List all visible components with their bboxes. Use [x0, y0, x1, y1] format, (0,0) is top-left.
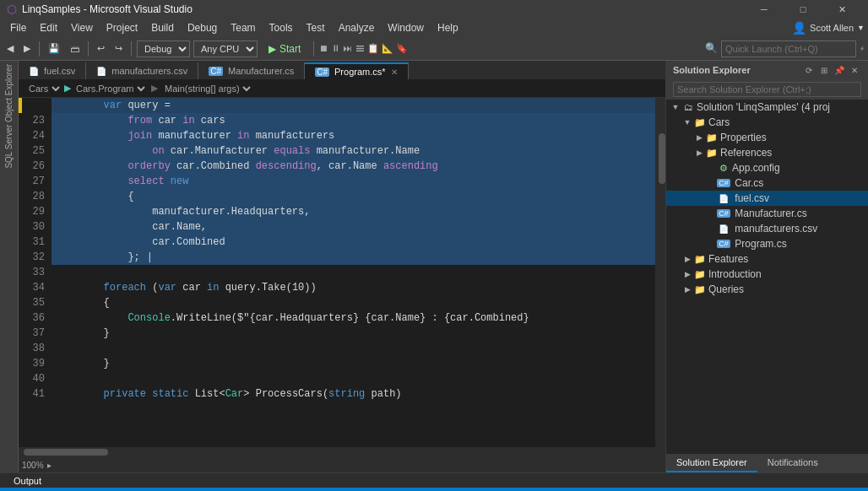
- se-prog-label: Program.cs: [732, 238, 787, 250]
- breadcrumb-sep1: ▶: [151, 83, 158, 94]
- code-line-4[interactable]: on car.Manufacturer equals manufacturer.…: [52, 143, 655, 159]
- scrollbar-thumb[interactable]: [659, 133, 665, 184]
- se-solution[interactable]: ▼ 🗂 Solution 'LinqSamples' (4 proj: [666, 100, 868, 115]
- code-line-8[interactable]: manufacturer.Headquarters,: [52, 204, 655, 219]
- toolbar-sep3: [131, 41, 132, 57]
- panel-props-btn[interactable]: ⊞: [817, 63, 831, 77]
- se-program-cs[interactable]: C# Program.cs: [666, 236, 868, 251]
- tab-manufacturers-csv[interactable]: 📄 manufacturers.csv: [86, 62, 198, 79]
- se-introduction[interactable]: ▶ 📁 Introduction: [666, 267, 868, 282]
- minimize-button[interactable]: ─: [745, 0, 784, 19]
- method-select[interactable]: Main(string[] args): [161, 83, 253, 94]
- se-prog-arrow: [705, 240, 717, 248]
- code-line-10[interactable]: car.Combined: [52, 235, 655, 250]
- menu-window[interactable]: Window: [381, 19, 431, 37]
- se-manufacturer-cs[interactable]: C# Manufacturer.cs: [666, 206, 868, 221]
- code-line-6[interactable]: select new: [52, 174, 655, 189]
- se-queries[interactable]: ▶ 📁 Queries: [666, 282, 868, 297]
- tab-program-close[interactable]: ✕: [391, 67, 398, 77]
- panel-pin-btn[interactable]: 📌: [833, 63, 846, 77]
- panel-sync-btn[interactable]: ⟳: [802, 63, 816, 77]
- menu-debug[interactable]: Debug: [181, 19, 224, 37]
- output-tab[interactable]: Output: [7, 476, 48, 486]
- menu-team[interactable]: Team: [224, 19, 262, 37]
- sql-explorer-label[interactable]: SQL Server Object Explorer: [4, 61, 14, 172]
- code-line-9[interactable]: car.Name,: [52, 219, 655, 235]
- code-content[interactable]: var query = from car in cars join manufa…: [52, 98, 655, 447]
- se-appconfig-icon: ⚙: [717, 163, 730, 174]
- se-cars-label: Cars: [708, 116, 730, 128]
- class-select[interactable]: Cars: [25, 83, 62, 94]
- menu-view[interactable]: View: [64, 19, 100, 37]
- hscroll-thumb[interactable]: [24, 449, 108, 456]
- code-line-19[interactable]: [52, 371, 655, 386]
- code-line-13[interactable]: foreach (var car in query.Take(10)): [52, 280, 655, 295]
- code-line-20[interactable]: private static List<Car> ProcessCars(str…: [52, 386, 655, 402]
- ln-34: 34: [22, 280, 45, 295]
- se-prog-icon: C#: [717, 240, 730, 248]
- se-mfg-cs-label: Manufacturer.cs: [732, 208, 807, 219]
- code-editor: 23 24 25 26 27 28 29 30 31 32 33 34 35 3…: [19, 98, 665, 447]
- se-mfg-csv-label: manufacturers.csv: [732, 223, 817, 235]
- se-cars[interactable]: ▼ 📁 Cars: [666, 115, 868, 130]
- menu-edit[interactable]: Edit: [33, 19, 64, 37]
- menu-build[interactable]: Build: [144, 19, 181, 37]
- namespace-select[interactable]: Cars.Program: [73, 83, 148, 94]
- code-line-12[interactable]: [52, 265, 655, 280]
- toolbar-save-all-btn[interactable]: 🗃: [67, 40, 83, 58]
- se-car-cs-label: Car.cs: [732, 177, 763, 189]
- toolbar-redo-btn[interactable]: ↪: [111, 40, 126, 58]
- start-button[interactable]: ▶ Start: [261, 40, 308, 58]
- code-line-16[interactable]: }: [52, 326, 655, 341]
- toolbar-fwd-btn[interactable]: ▶: [20, 40, 34, 58]
- se-solution-icon: 🗂: [681, 102, 695, 112]
- se-manufacturers-csv[interactable]: 📄 manufacturers.csv: [666, 221, 868, 236]
- ln-26: 26: [22, 159, 45, 174]
- menu-project[interactable]: Project: [100, 19, 144, 37]
- close-button[interactable]: ✕: [822, 0, 861, 19]
- code-line-11[interactable]: }; |: [52, 250, 655, 265]
- tab-program-cs[interactable]: C# Program.cs* ✕: [305, 62, 408, 79]
- se-properties[interactable]: ▶ 📁 Properties: [666, 130, 868, 145]
- code-line-5[interactable]: orderby car.Combined descending, car.Nam…: [52, 159, 655, 174]
- menu-analyze[interactable]: Analyze: [332, 19, 382, 37]
- panel-header: Solution Explorer ⟳ ⊞ 📌 ✕: [666, 61, 868, 79]
- maximize-button[interactable]: □: [784, 0, 822, 19]
- code-line-14[interactable]: {: [52, 295, 655, 310]
- menu-file[interactable]: File: [3, 19, 33, 37]
- code-line-15[interactable]: Console.WriteLine($"{car.Headquarters} {…: [52, 310, 655, 326]
- panel-tab-solution-explorer[interactable]: Solution Explorer: [666, 454, 757, 472]
- menu-help[interactable]: Help: [431, 19, 465, 37]
- vertical-scrollbar[interactable]: [655, 98, 665, 447]
- left-sidebar: SQL Server Object Explorer: [0, 61, 19, 472]
- se-appconfig[interactable]: ⚙ App.config: [666, 160, 868, 175]
- code-line-17[interactable]: [52, 341, 655, 356]
- horizontal-scrollbar[interactable]: [19, 447, 665, 457]
- se-car-cs[interactable]: C# Car.cs: [666, 175, 868, 191]
- menu-test[interactable]: Test: [300, 19, 332, 37]
- platform-select[interactable]: Any CPU: [193, 40, 258, 57]
- code-line-18[interactable]: }: [52, 356, 655, 371]
- code-line-2[interactable]: from car in cars: [52, 113, 655, 128]
- debug-mode-select[interactable]: Debug: [137, 40, 190, 57]
- se-references[interactable]: ▶ 📁 References: [666, 145, 868, 160]
- quick-launch-input[interactable]: [721, 40, 856, 57]
- se-features[interactable]: ▶ 📁 Features: [666, 251, 868, 267]
- code-line-3[interactable]: join manufacturer in manufacturers: [52, 128, 655, 143]
- user-dropdown-icon[interactable]: ▼: [857, 24, 865, 32]
- se-fuel-csv[interactable]: 📄 fuel.csv: [666, 191, 868, 206]
- code-line-7[interactable]: {: [52, 189, 655, 204]
- tab-fuel-label: fuel.csv: [44, 66, 75, 76]
- toolbar-back-btn[interactable]: ◀: [3, 40, 17, 58]
- toolbar-undo-btn[interactable]: ↩: [94, 40, 108, 58]
- tab-fuel-csv[interactable]: 📄 fuel.csv: [19, 62, 86, 79]
- se-search-input[interactable]: [673, 82, 861, 97]
- tab-manufacturer-cs[interactable]: C# Manufacturer.cs: [198, 62, 305, 79]
- toolbar-save-btn[interactable]: 💾: [45, 40, 63, 58]
- panel-tab-notifications[interactable]: Notifications: [757, 454, 828, 472]
- tab-program-icon: C#: [315, 67, 329, 77]
- code-line-1[interactable]: var query =: [52, 98, 655, 113]
- zoom-level[interactable]: 100%: [22, 461, 44, 470]
- menu-tools[interactable]: Tools: [263, 19, 300, 37]
- panel-close-btn[interactable]: ✕: [848, 63, 861, 77]
